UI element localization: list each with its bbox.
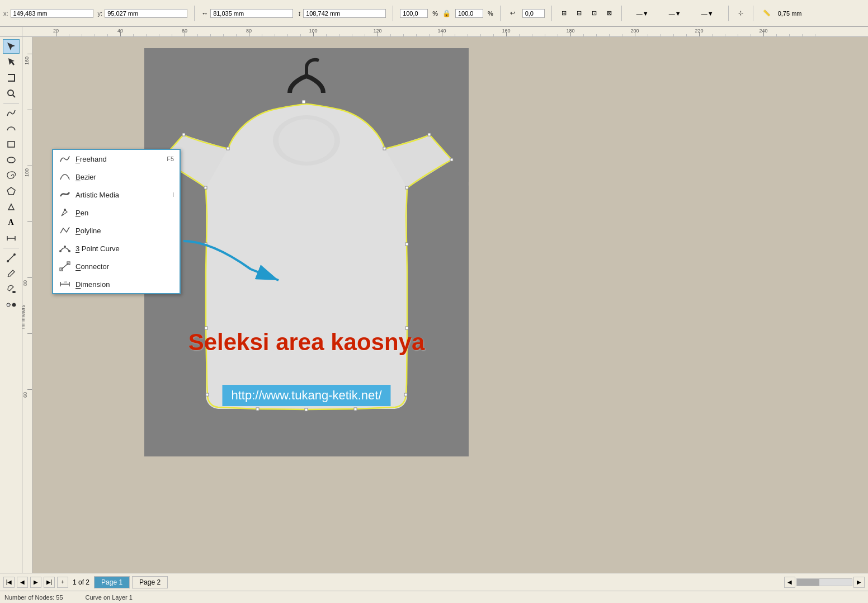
width-group: ↔ <box>201 9 293 18</box>
connector-label: Connector <box>76 262 169 271</box>
spiral-tool[interactable] <box>3 168 20 183</box>
width-icon: ↔ <box>201 10 208 17</box>
bezier-icon <box>59 171 71 183</box>
x-label: x: <box>3 10 8 17</box>
height-input[interactable] <box>303 9 386 18</box>
connector-tool[interactable] <box>3 251 20 265</box>
3point-curve-label: 3 Point Curve <box>76 244 169 253</box>
freehand-tool[interactable] <box>3 106 20 120</box>
transform-btn1[interactable]: ⊞ <box>559 8 569 18</box>
line-start-btn[interactable]: —▼ <box>629 8 657 18</box>
transform-btn3[interactable]: ⊡ <box>589 8 600 18</box>
zoom-tool[interactable] <box>3 86 20 101</box>
separator-4 <box>551 6 552 21</box>
nodes-status: Number of Nodes: 55 <box>4 594 63 601</box>
canvas-url-text: http://www.tukang-ketik.net/ <box>222 385 390 406</box>
last-page-btn[interactable]: ▶| <box>44 577 55 588</box>
paint-bucket-tool[interactable] <box>3 282 20 296</box>
separator-7 <box>753 6 753 21</box>
add-page-btn[interactable]: + <box>57 577 68 588</box>
main-area: A millimeters 1601008060 <box>0 37 868 573</box>
polygon-tool[interactable] <box>3 184 20 199</box>
undo-btn[interactable]: ↩ <box>507 8 518 18</box>
svg-rect-38 <box>383 147 386 150</box>
status-bar: Number of Nodes: 55 Curve on Layer 1 <box>0 591 868 603</box>
ellipse-tool[interactable] <box>3 153 20 167</box>
svg-rect-35 <box>405 186 408 189</box>
select-tool[interactable] <box>3 39 20 54</box>
svg-marker-4 <box>7 187 15 195</box>
left-toolbar: A <box>0 37 22 573</box>
bezier-label: Bezier <box>76 173 169 181</box>
svg-point-9 <box>7 260 9 262</box>
rect-tool[interactable] <box>3 137 20 152</box>
eyedropper-tool[interactable] <box>3 266 20 281</box>
svg-point-49 <box>59 250 62 252</box>
separator-5 <box>621 6 622 21</box>
svg-point-18 <box>279 119 334 162</box>
svg-rect-28 <box>206 393 209 396</box>
line-width-btn[interactable]: 📏 <box>760 8 773 18</box>
pick-tool[interactable] <box>3 55 20 69</box>
svg-rect-23 <box>182 133 185 136</box>
prev-page-btn[interactable]: ◀ <box>17 577 28 588</box>
page1-tab[interactable]: Page 1 <box>94 576 130 588</box>
basic-shape-tool[interactable] <box>3 200 20 214</box>
x-coord-group: x: <box>3 9 93 18</box>
flyout-pen[interactable]: Pen <box>53 204 180 222</box>
svg-point-0 <box>8 90 13 96</box>
line-style-btn[interactable]: —▼ <box>694 8 721 18</box>
svg-rect-2 <box>8 142 15 147</box>
flyout-polyline[interactable]: Polyline <box>53 222 180 239</box>
transform-btn4[interactable]: ⊠ <box>604 8 615 18</box>
freehand-shortcut: F5 <box>167 156 174 162</box>
height-icon: ↕ <box>298 10 301 17</box>
svg-rect-31 <box>354 408 357 411</box>
bottom-bar: |◀ ◀ ▶ ▶| + 1 of 2 Page 1 Page 2 ◀ ▶ <box>0 573 868 591</box>
artistic-media-shortcut: I <box>172 191 174 198</box>
flyout-bezier[interactable]: Bezier <box>53 168 180 186</box>
drawing-canvas: Seleksi area kaosnya http://www.tukang-k… <box>144 48 469 456</box>
svg-rect-22 <box>227 147 229 150</box>
crop-tool[interactable] <box>3 70 20 85</box>
x-input[interactable] <box>11 9 93 18</box>
canvas-section: millimeters 1601008060 <box>22 37 868 573</box>
scroll-right-btn[interactable]: ▶ <box>853 577 865 588</box>
ruler-corner <box>0 27 22 36</box>
lock-icon: 🔒 <box>442 10 451 17</box>
flyout-freehand[interactable]: Freehand F5 <box>53 150 180 168</box>
behind-btn[interactable]: ⊹ <box>735 8 746 18</box>
first-page-btn[interactable]: |◀ <box>3 577 15 588</box>
h-scroll-thumb[interactable] <box>797 579 819 586</box>
tool-separator-1 <box>3 103 19 103</box>
y-label: y: <box>98 10 103 17</box>
dimension-label: Dimension <box>76 280 169 289</box>
dimension-tool[interactable] <box>3 231 20 246</box>
flyout-dimension[interactable]: DI Dimension <box>53 275 180 293</box>
h-scrollbar[interactable] <box>796 578 852 586</box>
svg-rect-25 <box>204 186 207 189</box>
separator-1 <box>194 6 195 21</box>
pct-symbol-1: % <box>432 10 438 17</box>
y-input[interactable] <box>105 9 187 18</box>
flyout-artistic-media[interactable]: Artistic Media I <box>53 186 180 204</box>
freehand-icon <box>59 153 71 165</box>
transform-btn2[interactable]: ⊟ <box>574 8 584 18</box>
page2-tab[interactable]: Page 2 <box>132 576 168 588</box>
flyout-connector[interactable]: Connector <box>53 257 180 275</box>
svg-line-52 <box>61 263 69 270</box>
smart-tool[interactable] <box>3 121 20 136</box>
svg-point-10 <box>13 253 16 256</box>
text-tool[interactable]: A <box>3 215 20 230</box>
flyout-3point-curve[interactable]: 3 Point Curve <box>53 239 180 257</box>
pct2-input[interactable] <box>455 9 483 18</box>
width-input[interactable] <box>210 9 293 18</box>
svg-point-3 <box>7 157 15 163</box>
scroll-left-btn[interactable]: ◀ <box>784 577 795 588</box>
page-count: 1 of 2 <box>70 578 92 586</box>
rotation-input[interactable] <box>522 9 545 18</box>
blend-tool[interactable] <box>3 298 20 312</box>
line-end-btn[interactable]: —▼ <box>661 8 689 18</box>
pct1-input[interactable] <box>400 9 428 18</box>
next-page-btn[interactable]: ▶ <box>30 577 41 588</box>
